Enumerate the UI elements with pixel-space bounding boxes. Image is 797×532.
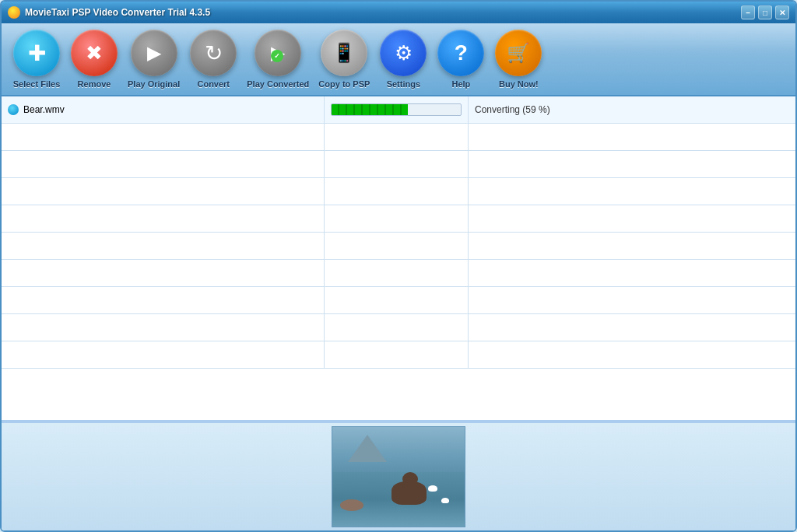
table-row[interactable]: Bear.wmv Converting (59 %) [2,96,795,124]
bear-scene [332,427,465,527]
status-text: Converting (59 %) [475,104,550,115]
play-converted-label: Play Converted [247,79,309,89]
help-button[interactable]: Help [434,28,488,90]
status-cell: Converting (59 %) [469,96,795,123]
buy-now-button[interactable]: Buy Now! [491,28,546,90]
play-original-label: Play Original [128,79,180,89]
file-icon [8,104,19,115]
title-bar: MovieTaxi PSP Video Converter Trial 4.3.… [2,2,795,23]
play-original-button[interactable]: Play Original [125,28,183,90]
remove-label: Remove [78,79,111,89]
empty-row [2,260,795,287]
play-converted-button[interactable]: ✓ Play Converted [244,28,312,90]
file-name: Bear.wmv [23,104,65,115]
convert-button[interactable]: Convert [186,28,241,90]
preview-area [2,422,795,530]
empty-row [2,233,795,260]
settings-icon [380,30,427,76]
select-files-label: Select Files [13,79,61,89]
progress-bar-container [331,103,462,116]
play-converted-icon: ✓ [255,30,301,76]
copy-psp-icon [321,30,367,76]
empty-row [2,341,795,369]
progress-cell [325,96,469,123]
copy-psp-button[interactable]: Copy to PSP [315,28,373,90]
help-label: Help [451,79,470,89]
help-icon [437,30,484,76]
empty-row [2,287,795,314]
empty-row [2,124,795,151]
preview-image [332,426,465,527]
settings-button[interactable]: Settings [376,28,430,90]
settings-label: Settings [387,79,420,89]
close-button[interactable]: ✕ [775,5,789,19]
empty-row [2,151,795,178]
empty-row [2,314,795,341]
file-table: Bear.wmv Converting (59 %) [2,96,795,422]
convert-label: Convert [197,79,230,89]
minimize-button[interactable]: – [741,5,755,19]
window-controls: – □ ✕ [741,5,789,19]
convert-icon [190,30,237,76]
select-files-button[interactable]: Select Files [9,28,64,90]
main-content: Bear.wmv Converting (59 %) [2,96,795,530]
empty-row [2,178,795,205]
window-title: MovieTaxi PSP Video Converter Trial 4.3.… [25,7,210,18]
buy-now-label: Buy Now! [499,79,539,89]
restore-button[interactable]: □ [758,5,772,19]
remove-button[interactable]: Remove [67,28,121,90]
play-original-icon [131,30,177,76]
progress-bar-fill [332,104,408,115]
file-name-cell: Bear.wmv [2,96,325,123]
select-files-icon [13,30,60,76]
remove-icon [71,30,118,76]
toolbar: Select Files Remove Play Original Conver… [2,23,795,96]
title-bar-left: MovieTaxi PSP Video Converter Trial 4.3.… [8,6,210,19]
buy-now-icon [495,30,542,76]
empty-row [2,205,795,233]
copy-psp-label: Copy to PSP [318,79,370,89]
app-icon [8,6,20,19]
app-window: MovieTaxi PSP Video Converter Trial 4.3.… [0,0,797,532]
